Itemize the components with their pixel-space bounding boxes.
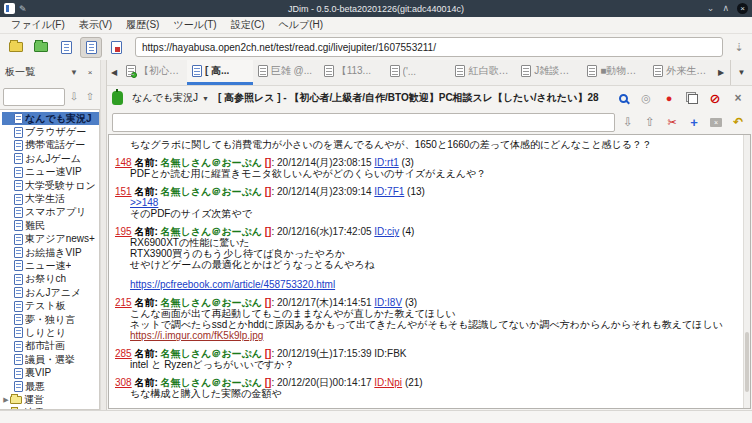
thread-tab[interactable]: [ 高...	[187, 60, 253, 85]
thread-tab[interactable]: 【113...	[319, 60, 385, 85]
tree-board-row[interactable]: スマホアプリ	[2, 206, 99, 219]
post-id[interactable]: ID:I8V	[374, 297, 402, 308]
tab-scroll-left-icon[interactable]: ◀	[107, 60, 121, 85]
post-number[interactable]: 151	[115, 186, 132, 197]
sidebar-close-icon[interactable]: ×	[83, 68, 97, 77]
thread-tab[interactable]: ('...	[385, 60, 451, 85]
tree-board-row[interactable]: お祭りch	[2, 273, 99, 286]
tab-list-dropdown-icon[interactable]: ▼	[730, 60, 752, 85]
sidebar-collapse-icon[interactable]: ▼	[67, 68, 81, 77]
menu-item[interactable]: ファイル(F)	[4, 17, 72, 33]
thread-tab[interactable]: J雑談ス...	[516, 60, 582, 85]
thread-tab[interactable]: 巨雑 @...	[253, 60, 319, 85]
copy-icon[interactable]	[683, 89, 701, 107]
status-bar	[0, 410, 752, 423]
search-icon[interactable]	[614, 89, 632, 107]
sidebar-search-input[interactable]	[3, 88, 65, 106]
post-id[interactable]: ID:7F1	[374, 186, 404, 197]
menu-item[interactable]: 設定(C)	[224, 17, 272, 33]
cut-icon[interactable]: ✂	[663, 113, 681, 131]
close-button[interactable]: ×	[737, 3, 748, 14]
expander-icon[interactable]: ▶	[2, 396, 10, 404]
tree-board-row[interactable]: 携帯電話ゲー	[2, 139, 99, 152]
thread-tab[interactable]: 【初心者...	[121, 60, 187, 85]
post-number[interactable]: 215	[115, 297, 132, 308]
post-number[interactable]: 285	[115, 348, 132, 359]
post-number[interactable]: 308	[115, 377, 132, 388]
post-name[interactable]: 名無しさん＠おーぷん	[161, 348, 262, 359]
tree-board-row[interactable]: しりとり	[2, 326, 99, 339]
post-link[interactable]: https://pcfreebook.com/article/458753320…	[130, 279, 335, 290]
search-down-icon[interactable]: ⇩	[67, 91, 81, 102]
thread-list-button[interactable]	[55, 37, 77, 58]
tree-board-row[interactable]: ニュー速VIP	[2, 166, 99, 179]
board-list-button[interactable]	[5, 37, 27, 58]
tree-board-row[interactable]: なんでも実況J	[2, 112, 99, 125]
tree-board-row[interactable]: ニュー速+	[2, 259, 99, 272]
live-icon[interactable]: ◎	[637, 89, 655, 107]
post-name[interactable]: 名無しさん＠おーぷん	[161, 377, 262, 388]
tab-scroll-right-icon[interactable]: ▶	[714, 60, 728, 85]
tab-doc-icon	[653, 65, 663, 77]
thread-tab[interactable]: ■動物番...	[582, 60, 648, 85]
maximize-button[interactable]: ∧	[722, 4, 729, 13]
board-select-button[interactable]: なんでも実況J ▼	[128, 89, 213, 107]
post-link-visited[interactable]: https://i.imgur.com/fK5k9lp.jpg	[130, 330, 263, 341]
menu-item[interactable]: ヘルプ(H)	[272, 17, 331, 33]
record-icon[interactable]: ●	[660, 89, 678, 107]
tree-board-row[interactable]: 東アジアnews+	[2, 233, 99, 246]
board-doc-icon	[14, 381, 23, 392]
post-name[interactable]: 名無しさん＠おーぷん	[161, 186, 262, 197]
post-name[interactable]: 名無しさん＠おーぷん	[161, 157, 262, 168]
tree-board-row[interactable]: 大学受験サロン	[2, 179, 99, 192]
post-anchor-link[interactable]: >>148	[130, 197, 158, 208]
tree-board-row[interactable]: 都市計画	[2, 340, 99, 353]
scrollbar[interactable]	[743, 135, 750, 408]
thread-tab[interactable]: 外来生物...	[648, 60, 714, 85]
jump-top-icon[interactable]: ⇧	[641, 113, 659, 131]
tree-board-row[interactable]: お絵描きVIP	[2, 246, 99, 259]
post-id[interactable]: ID:rt1	[374, 157, 398, 168]
url-input[interactable]	[135, 37, 723, 57]
tree-board-row[interactable]: ブラウザゲー	[2, 125, 99, 138]
tree-folder-row[interactable]: ▶運営	[2, 393, 99, 406]
undo-icon[interactable]: ↶	[729, 113, 747, 131]
post-name[interactable]: 名無しさん＠おーぷん	[161, 297, 262, 308]
tree-board-row[interactable]: 最悪	[2, 380, 99, 393]
scrollbar-thumb[interactable]	[745, 332, 749, 392]
search-up-icon[interactable]: ⇧	[83, 91, 97, 102]
tree-board-row[interactable]: 夢・独り言	[2, 313, 99, 326]
clear-icon[interactable]: ×	[707, 113, 725, 131]
add-icon[interactable]: +	[685, 113, 703, 131]
menu-item[interactable]: 表示(V)	[72, 17, 119, 33]
favorites-button[interactable]	[30, 37, 52, 58]
tree-board-row[interactable]: 議員・選挙	[2, 353, 99, 366]
post-number[interactable]: 195	[115, 226, 132, 237]
board-label: 最悪	[25, 380, 45, 394]
tree-board-row[interactable]: 大学生活	[2, 192, 99, 205]
pane-splitter[interactable]	[100, 60, 107, 410]
window-title: JDim - 0.5.0-beta20201226(git:adc440014c…	[124, 4, 628, 14]
board-doc-icon	[14, 113, 23, 124]
minimize-button[interactable]: ⌄	[707, 4, 715, 13]
tree-board-row[interactable]: 難民	[2, 219, 99, 232]
post-id[interactable]: ID:Npi	[374, 377, 402, 388]
image-view-button[interactable]	[105, 37, 127, 58]
post-number[interactable]: 148	[115, 157, 132, 168]
tree-board-row[interactable]: 裏VIP	[2, 366, 99, 379]
find-input[interactable]	[112, 113, 615, 132]
menu-item[interactable]: ツール(T)	[166, 17, 223, 33]
tree-board-row[interactable]: おんJゲーム	[2, 152, 99, 165]
menu-item[interactable]: 履歴(S)	[119, 17, 166, 33]
open-url-icon[interactable]: ⇣	[731, 41, 747, 54]
thread-view-button[interactable]	[80, 37, 102, 58]
stop-icon[interactable]: ⊘	[706, 89, 724, 107]
post-id[interactable]: ID:ciy	[374, 226, 399, 237]
thread-tab[interactable]: 紅白歌合...	[450, 60, 516, 85]
post-name[interactable]: 名無しさん＠おーぷん	[161, 226, 262, 237]
close-icon[interactable]: ×	[729, 89, 747, 107]
tree-board-row[interactable]: テスト板	[2, 299, 99, 312]
tree-board-row[interactable]: おんJアニメ	[2, 286, 99, 299]
post-name-label: 名前:	[134, 297, 157, 308]
jump-bottom-icon[interactable]: ⇩	[619, 113, 637, 131]
